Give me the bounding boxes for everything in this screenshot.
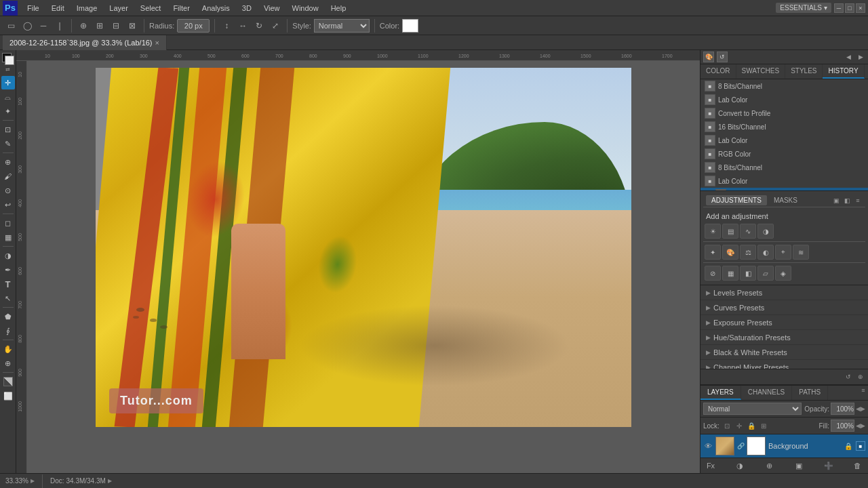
- restore-button[interactable]: □: [845, 3, 854, 13]
- layers-tab-channels[interactable]: CHANNELS: [741, 386, 792, 400]
- history-item-7[interactable]: ■ Lab Color: [701, 174, 868, 188]
- tool-screen-mode[interactable]: ⬜: [1, 389, 15, 403]
- adj-posterize-icon[interactable]: ▦: [722, 266, 738, 281]
- tool-clone[interactable]: ⊙: [1, 184, 15, 197]
- adj-invert-icon[interactable]: ⊘: [705, 266, 721, 281]
- menu-edit[interactable]: Edit: [46, 3, 70, 14]
- menu-view[interactable]: View: [258, 3, 285, 14]
- transform-icon-2[interactable]: ↔: [236, 19, 250, 33]
- menu-analysis[interactable]: Analysis: [197, 3, 235, 14]
- background-color[interactable]: [5, 56, 14, 65]
- tool-single-col[interactable]: |: [53, 19, 66, 33]
- layers-tab-layers[interactable]: LAYERS: [701, 386, 741, 400]
- menu-filter[interactable]: Filter: [167, 3, 195, 14]
- layer-visibility-toggle[interactable]: 👁: [703, 441, 713, 451]
- history-item-2[interactable]: ■ Convert to Profile: [701, 106, 868, 120]
- tool-gradient[interactable]: ▦: [1, 230, 15, 244]
- opacity-input[interactable]: [831, 403, 854, 415]
- tool-type[interactable]: T: [1, 277, 15, 291]
- tab-color[interactable]: COLOR: [701, 64, 736, 79]
- add-selection-icon[interactable]: ⊞: [93, 19, 106, 33]
- tool-dodge[interactable]: ◑: [1, 249, 15, 262]
- layer-badge[interactable]: ■: [856, 441, 865, 451]
- layer-link-icon[interactable]: 🔗: [737, 443, 744, 449]
- tool-eraser[interactable]: ◻: [1, 216, 15, 230]
- adj-photofilter-icon[interactable]: ⌖: [775, 245, 791, 260]
- swap-colors-icon[interactable]: ⇄: [5, 66, 10, 73]
- tool-path-select[interactable]: ↖: [1, 291, 15, 305]
- delete-layer-icon[interactable]: 🗑: [852, 460, 864, 471]
- tool-3d[interactable]: ∮: [1, 324, 15, 338]
- lock-pixels-icon[interactable]: ⊡: [722, 421, 732, 430]
- new-group-icon[interactable]: ▣: [793, 460, 805, 471]
- fill-input[interactable]: [831, 420, 854, 432]
- tool-lasso[interactable]: ⌓: [1, 90, 15, 104]
- layers-tab-paths[interactable]: PATHS: [792, 386, 828, 400]
- preset-bw[interactable]: ▶ Black & White Presets: [701, 345, 868, 360]
- history-item-3[interactable]: ■ 16 Bits/Channel: [701, 120, 868, 134]
- layers-menu-icon[interactable]: ≡: [859, 386, 868, 395]
- preset-huesat[interactable]: ▶ Hue/Saturation Presets: [701, 330, 868, 345]
- tool-single-row[interactable]: ─: [37, 19, 50, 33]
- panel-icon-history[interactable]: ↺: [717, 52, 728, 62]
- tool-eyedropper[interactable]: ✎: [1, 137, 15, 150]
- adj-exposure-icon[interactable]: ◑: [757, 224, 774, 239]
- opacity-stepper-icon[interactable]: ◀▶: [856, 405, 865, 412]
- adj-colorbalance-icon[interactable]: ⚖: [740, 245, 756, 260]
- new-selection-icon[interactable]: ⊕: [77, 19, 90, 33]
- close-button[interactable]: ×: [856, 3, 865, 13]
- adj-levels-icon[interactable]: ▤: [722, 224, 738, 239]
- tool-magic-wand[interactable]: ✦: [1, 104, 15, 118]
- history-item-5[interactable]: ■ RGB Color: [701, 147, 868, 161]
- transform-icon-3[interactable]: ↻: [252, 19, 266, 33]
- adj-huesat-icon[interactable]: 🎨: [722, 245, 738, 260]
- style-select[interactable]: NormalFixed RatioFixed Size: [314, 19, 370, 33]
- adj-vibrance-icon[interactable]: ✦: [705, 245, 721, 260]
- add-mask-icon[interactable]: ◑: [734, 460, 746, 471]
- history-item-1[interactable]: ■ Lab Color: [701, 93, 868, 106]
- layer-row-background[interactable]: 👁 🔗 Background 🔒 ■: [701, 434, 868, 458]
- history-item-6[interactable]: ■ 8 Bits/Channel: [701, 161, 868, 174]
- lock-artboard-icon[interactable]: ⊞: [759, 421, 768, 430]
- adj-bottom-icon-2[interactable]: ⊕: [856, 372, 865, 382]
- workspace-selector[interactable]: ESSENTIALS ▾: [776, 3, 831, 13]
- tool-shape[interactable]: ⬟: [1, 310, 15, 323]
- menu-image[interactable]: Image: [71, 3, 103, 14]
- tab-swatches[interactable]: SWATCHES: [736, 64, 786, 79]
- tool-marquee-ellipse[interactable]: ◯: [20, 19, 34, 33]
- history-item-4[interactable]: ■ Lab Color: [701, 134, 868, 147]
- transform-icon-4[interactable]: ⤢: [269, 19, 282, 33]
- minimize-button[interactable]: ─: [834, 3, 844, 13]
- adj-icon-1[interactable]: ▣: [831, 196, 841, 205]
- preset-levels[interactable]: ▶ Levels Presets: [701, 285, 868, 300]
- tab-close-button[interactable]: ×: [155, 39, 159, 47]
- adj-selective-color-icon[interactable]: ◈: [775, 266, 791, 281]
- tool-quick-mask[interactable]: [1, 375, 15, 388]
- tool-brush[interactable]: 🖌: [1, 169, 15, 183]
- menu-select[interactable]: Select: [135, 3, 167, 14]
- tool-marquee-rect[interactable]: ▭: [4, 19, 18, 33]
- menu-file[interactable]: File: [22, 3, 45, 14]
- adj-threshold-icon[interactable]: ◧: [740, 266, 756, 281]
- history-item-0[interactable]: ■ 8 Bits/Channel: [701, 79, 868, 93]
- adj-curves-icon[interactable]: ∿: [740, 224, 756, 239]
- new-layer-icon[interactable]: ➕: [823, 460, 835, 471]
- tool-healing[interactable]: ⊕: [1, 155, 15, 169]
- panel-icon-color[interactable]: 🎨: [703, 52, 714, 62]
- menu-window[interactable]: Window: [287, 3, 324, 14]
- panel-expand-icon[interactable]: ▶: [856, 52, 865, 62]
- adj-bw-icon[interactable]: ◐: [757, 245, 774, 260]
- adj-gradient-map-icon[interactable]: ▱: [757, 266, 774, 281]
- panel-collapse-icon[interactable]: ◀: [844, 52, 853, 62]
- intersect-selection-icon[interactable]: ⊠: [125, 19, 139, 33]
- tab-actions[interactable]: ACTIONS: [865, 64, 868, 79]
- color-swatch[interactable]: [402, 19, 418, 33]
- radius-input[interactable]: [177, 19, 210, 33]
- menu-layer[interactable]: Layer: [104, 3, 134, 14]
- tool-move[interactable]: ✛: [1, 76, 15, 89]
- blend-mode-select[interactable]: Normal Dissolve Multiply Screen Overlay: [703, 403, 802, 415]
- adj-icon-2[interactable]: ◧: [842, 196, 852, 205]
- menu-help[interactable]: Help: [326, 3, 352, 14]
- adj-channelmixer-icon[interactable]: ≋: [793, 245, 809, 260]
- adj-brightness-icon[interactable]: ☀: [705, 224, 721, 239]
